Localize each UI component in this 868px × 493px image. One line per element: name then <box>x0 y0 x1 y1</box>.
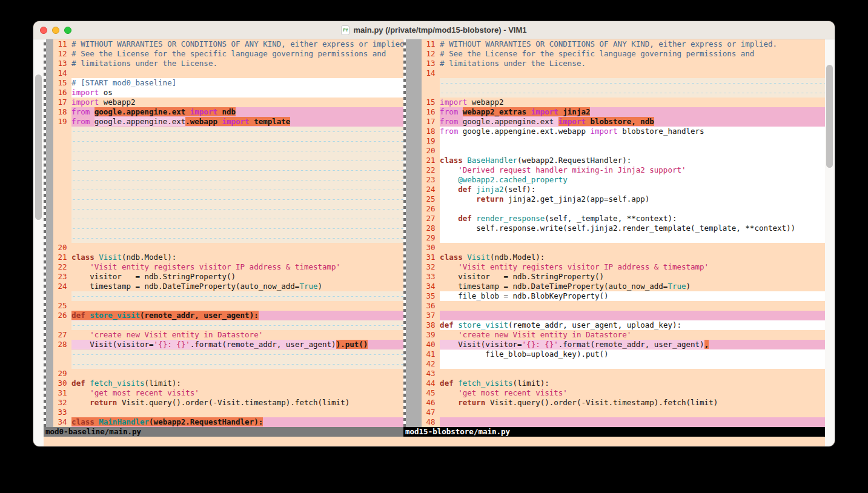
code-text: def store_visit(remote_addr, user_agent)… <box>71 311 403 320</box>
code-text: from google.appengine.ext.webapp import … <box>71 117 403 127</box>
code-text: timestamp = ndb.DateTimeProperty(auto_no… <box>71 282 403 291</box>
line-number: 20 <box>53 243 71 253</box>
code-text: from google.appengine.ext import ndb <box>71 107 403 117</box>
line-number <box>53 291 71 301</box>
deleted-line-filler: ----------------------------------------… <box>71 214 403 223</box>
line-number: 42 <box>422 359 440 369</box>
code-line: 22 'Visit entity registers visitor IP ad… <box>53 262 403 272</box>
code-line: 24 timestamp = ndb.DateTimeProperty(auto… <box>53 282 403 291</box>
filler-line: ----------------------------------------… <box>53 194 403 204</box>
code-text <box>440 68 825 78</box>
right-scrollbar-thumb[interactable] <box>826 65 833 168</box>
code-text: def fetch_visits(limit): <box>71 379 403 388</box>
line-number: 46 <box>422 398 440 408</box>
code-line: 32 return Visit.query().order(-Visit.tim… <box>53 398 403 408</box>
vertical-split-divider[interactable] <box>403 39 422 427</box>
code-text: # limitations under the License. <box>71 59 403 68</box>
code-line: 30 def fetch_visits(limit): <box>53 379 403 388</box>
code-line: 20 <box>422 146 825 156</box>
deleted-line-filler: ----------------------------------------… <box>440 78 825 88</box>
code-line: 30 <box>422 243 825 253</box>
left-scrollbar-track[interactable] <box>33 39 44 446</box>
code-text <box>440 146 825 156</box>
deleted-line-filler: ----------------------------------------… <box>71 320 403 330</box>
code-line: 25 return jinja2.get_jinja2(app=self.app… <box>422 194 825 204</box>
filler-line: ----------------------------------------… <box>53 185 403 194</box>
minimize-button[interactable] <box>52 27 59 34</box>
line-number: 31 <box>53 388 71 398</box>
code-text: return jinja2.get_jinja2(app=self.app) <box>440 194 825 204</box>
code-line: 36 <box>422 301 825 311</box>
deleted-line-filler: ----------------------------------------… <box>71 175 403 185</box>
deleted-line-filler: ----------------------------------------… <box>71 359 403 369</box>
code-line: 15 # [START mod0_baseline] <box>53 78 403 88</box>
code-text: from google.appengine.ext.webapp import … <box>440 127 825 136</box>
code-text: file_blob=upload_key).put() <box>440 349 825 359</box>
line-number <box>53 233 71 243</box>
code-text: 'get most recent visits' <box>440 388 825 398</box>
deleted-line-filler: ----------------------------------------… <box>71 146 403 156</box>
line-number: 22 <box>422 165 440 175</box>
code-line: 18 from google.appengine.ext.webapp impo… <box>422 127 825 136</box>
code-text: visitor = ndb.StringProperty() <box>440 272 825 282</box>
diff-pane-left[interactable]: 11 # WITHOUT WARRANTIES OR CONDITIONS OF… <box>53 39 403 427</box>
code-line: 43 <box>422 369 825 379</box>
line-number: 14 <box>53 68 71 78</box>
code-line: 24 def jinja2(self): <box>422 185 825 194</box>
code-text <box>440 233 825 243</box>
line-number: 29 <box>53 369 71 379</box>
code-line: 22 'Derived request handler mixing-in Ji… <box>422 165 825 175</box>
close-button[interactable] <box>40 27 47 34</box>
line-number <box>53 320 71 330</box>
line-number: 16 <box>53 88 71 98</box>
line-number: 18 <box>422 127 440 136</box>
window-title: main.py (/private/tmp/mod15-blobstore) -… <box>353 25 526 35</box>
code-text: class Visit(ndb.Model): <box>71 253 403 262</box>
line-number <box>53 156 71 165</box>
line-number: 12 <box>53 49 71 59</box>
code-line: 45 'get most recent visits' <box>422 388 825 398</box>
line-number: 23 <box>422 175 440 185</box>
line-number: 47 <box>422 408 440 417</box>
statusline-active[interactable]: mod15-blobstore/main.py <box>403 427 825 437</box>
code-line: 37 <box>422 311 825 320</box>
titlebar[interactable]: PY main.py (/private/tmp/mod15-blobstore… <box>33 21 835 39</box>
code-text: Visit(visitor='{}: {}'.format(remote_add… <box>440 340 825 349</box>
code-text: Visit(visitor='{}: {}'.format(remote_add… <box>71 340 403 349</box>
line-number: 43 <box>422 369 440 379</box>
code-text: # WITHOUT WARRANTIES OR CONDITIONS OF AN… <box>440 39 825 49</box>
code-text: 'get most recent visits' <box>71 388 403 398</box>
line-number: 11 <box>53 39 71 49</box>
line-number: 15 <box>422 98 440 107</box>
line-number: 28 <box>422 223 440 233</box>
filler-line: ----------------------------------------… <box>53 165 403 175</box>
code-line: 23 @webapp2.cached_property <box>422 175 825 185</box>
zoom-button[interactable] <box>64 27 71 34</box>
statusline-inactive[interactable]: mod0-baseline/main.py <box>44 427 403 437</box>
code-text: timestamp = ndb.DateTimeProperty(auto_no… <box>440 282 825 291</box>
filler-line: ----------------------------------------… <box>53 146 403 156</box>
line-number: 44 <box>422 379 440 388</box>
vim-command-line[interactable] <box>44 437 825 446</box>
code-text: def jinja2(self): <box>440 185 825 194</box>
deleted-line-filler: ----------------------------------------… <box>71 165 403 175</box>
diff-pane-right[interactable]: 11 # WITHOUT WARRANTIES OR CONDITIONS OF… <box>422 39 825 427</box>
line-number <box>53 349 71 359</box>
line-number <box>53 146 71 156</box>
line-number: 48 <box>422 417 440 427</box>
code-text: 'Visit entity registers visitor IP addre… <box>440 262 825 272</box>
left-scrollbar-thumb[interactable] <box>35 74 42 220</box>
code-line: 44 def fetch_visits(limit): <box>422 379 825 388</box>
code-line: 23 visitor = ndb.StringProperty() <box>53 272 403 282</box>
deleted-line-filler: ----------------------------------------… <box>71 349 403 359</box>
line-number <box>53 194 71 204</box>
right-scrollbar-track[interactable] <box>825 39 835 446</box>
line-number: 41 <box>422 349 440 359</box>
line-number: 34 <box>53 417 71 427</box>
code-line: 29 <box>422 233 825 243</box>
line-number: 17 <box>53 98 71 107</box>
code-text <box>71 301 403 311</box>
line-number: 23 <box>53 272 71 282</box>
filler-line: ----------------------------------------… <box>53 291 403 301</box>
line-number: 36 <box>422 301 440 311</box>
